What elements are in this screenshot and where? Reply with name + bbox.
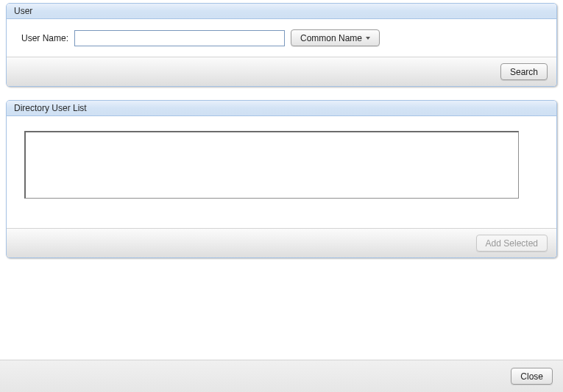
directory-user-listbox[interactable] bbox=[24, 131, 519, 199]
directory-panel-footer: Add Selected bbox=[7, 228, 556, 257]
search-type-dropdown[interactable]: Common Name bbox=[291, 29, 380, 46]
user-name-input[interactable] bbox=[74, 30, 285, 46]
directory-panel-title: Directory User List bbox=[14, 103, 87, 113]
user-name-row: User Name: Common Name bbox=[21, 29, 545, 46]
user-panel-body: User Name: Common Name bbox=[7, 19, 556, 57]
directory-panel-header: Directory User List bbox=[7, 101, 556, 116]
user-panel-footer: Search bbox=[7, 57, 556, 86]
add-selected-button[interactable]: Add Selected bbox=[476, 235, 548, 252]
user-name-label: User Name: bbox=[21, 33, 68, 43]
user-panel-header: User bbox=[7, 4, 556, 19]
search-type-label: Common Name bbox=[300, 33, 362, 43]
bottom-bar: Close bbox=[0, 360, 563, 392]
user-panel-title: User bbox=[14, 6, 32, 16]
search-button[interactable]: Search bbox=[500, 63, 548, 80]
directory-panel: Directory User List Add Selected bbox=[6, 100, 557, 258]
chevron-down-icon bbox=[366, 37, 370, 40]
close-button[interactable]: Close bbox=[511, 368, 553, 385]
user-panel: User User Name: Common Name Search bbox=[6, 3, 557, 87]
directory-panel-body bbox=[7, 116, 556, 228]
